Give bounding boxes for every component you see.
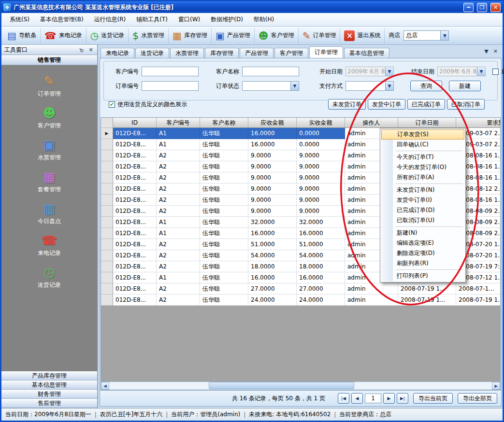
scrollbar-thumb[interactable]: [209, 382, 354, 389]
tab-order[interactable]: 订单管理: [309, 46, 343, 58]
sidebar-band-basic-info[interactable]: 基本信息管理: [1, 380, 97, 390]
menu-window[interactable]: 窗口(W): [173, 13, 205, 26]
sidebar-item-call-records[interactable]: ☎来电记录: [1, 229, 97, 261]
sidebar-item-today-inventory[interactable]: ▥今日盘点: [1, 197, 97, 229]
checkbox-unchecked-icon[interactable]: [492, 69, 499, 75]
column-header[interactable]: 应收金额: [248, 118, 297, 128]
sidebar-item-order-management[interactable]: ✎订单管理: [1, 70, 97, 102]
column-header[interactable]: 操作人: [345, 118, 398, 128]
sidebar-item-delivery-records[interactable]: ◷送货记录: [1, 261, 97, 293]
start-date-picker[interactable]: 2009年 6月 8日 ▼: [346, 67, 394, 76]
tab-delivery-records[interactable]: 送货记录: [135, 48, 169, 58]
row-selector[interactable]: [101, 217, 113, 228]
menu-tools[interactable]: 辅助工具(T): [131, 13, 173, 26]
row-selector[interactable]: [101, 272, 113, 283]
horizontal-scrollbar[interactable]: ◀ ▶: [101, 381, 500, 390]
menu-system[interactable]: 系统(S): [4, 13, 35, 26]
sidebar-band-after-sales[interactable]: 售后管理: [1, 399, 97, 408]
tab-close-icon[interactable]: ✕: [493, 48, 498, 55]
menu-basic-info[interactable]: 基本信息管理(B): [35, 13, 89, 26]
tab-water-ticket[interactable]: 水票管理: [170, 48, 204, 58]
scroll-right-icon[interactable]: ▶: [492, 382, 500, 390]
enable-date-checkbox[interactable]: 启用: [492, 68, 504, 76]
tab-inventory[interactable]: 库存管理: [205, 48, 239, 58]
table-row[interactable]: 012D-E8...A2伍华聪27.000027.0000admin2008-0…: [101, 283, 500, 295]
context-menu-item-receipt-confirm[interactable]: 回单确认(C): [381, 140, 464, 150]
context-menu-item-today-orders[interactable]: 今天的订单(T): [381, 152, 464, 162]
column-header[interactable]: 订单日期: [398, 118, 456, 128]
column-header[interactable]: ID: [113, 118, 157, 128]
customer-name-input[interactable]: [242, 67, 299, 76]
pin-icon[interactable]: ⚲: [78, 47, 85, 53]
row-selector[interactable]: [101, 206, 113, 217]
sidebar-band-finance[interactable]: 财务管理: [1, 390, 97, 399]
row-selector[interactable]: [101, 295, 113, 306]
toolbar-delivery-records-button[interactable]: ◷送货记录: [86, 28, 129, 43]
scrollbar-track[interactable]: [109, 382, 492, 390]
column-header[interactable]: 客户名称: [200, 118, 248, 128]
deliveryman-color-checkbox[interactable]: ✔ 使用送货员定义的颜色展示: [109, 100, 187, 109]
context-menu-item-today-delivery-orders[interactable]: 今天的发货订单(O): [381, 162, 464, 172]
next-page-button[interactable]: ▶: [383, 393, 395, 404]
export-current-page-button[interactable]: 导出当前页: [413, 393, 453, 404]
row-selector[interactable]: [101, 239, 113, 250]
tab-list-chevron-icon[interactable]: ▼: [484, 48, 488, 55]
prev-page-button[interactable]: ◀: [351, 393, 363, 404]
page-number-input[interactable]: [365, 394, 381, 403]
menu-data-maintenance[interactable]: 数据维护(D): [205, 13, 248, 26]
context-menu-item-new[interactable]: 新建(N): [381, 228, 464, 238]
first-page-button[interactable]: |◀: [338, 393, 349, 404]
context-menu-item-deliver-order[interactable]: 订单发货(S): [381, 129, 464, 140]
query-button[interactable]: 查询: [410, 81, 442, 91]
tab-call-records[interactable]: 来电记录: [101, 48, 134, 58]
sidebar-item-customer-management[interactable]: ☻客户管理: [1, 102, 97, 134]
order-no-input[interactable]: [142, 81, 199, 91]
tab-basic-info[interactable]: 基本信息管理: [344, 48, 389, 58]
row-selector[interactable]: [101, 172, 113, 183]
column-header[interactable]: 客户编号: [157, 118, 200, 128]
toolbar-customer-button[interactable]: ☻客户管理: [255, 28, 299, 43]
toolbar-product-button[interactable]: ▣产品管理: [212, 28, 255, 43]
sidebar-item-water-ticket-management[interactable]: ▣水票管理: [1, 134, 97, 166]
toolbar-water-ticket-button[interactable]: $水票管理: [129, 28, 169, 43]
tab-customer[interactable]: 客户管理: [274, 48, 308, 58]
chevron-down-icon[interactable]: ▼: [440, 31, 448, 40]
context-menu-item-delivering-orders[interactable]: 发货中订单(I): [381, 195, 464, 205]
scroll-left-icon[interactable]: ◀: [101, 382, 109, 390]
row-selector[interactable]: [101, 228, 113, 239]
delivering-orders-button[interactable]: 发货中订单: [368, 99, 405, 110]
menu-help[interactable]: 帮助(H): [248, 13, 279, 26]
close-button[interactable]: ✕: [490, 3, 501, 12]
row-selector[interactable]: ▶: [101, 128, 113, 139]
menu-runtime-info[interactable]: 运行信息(R): [89, 13, 131, 26]
export-all-pages-button[interactable]: 导出全部页: [458, 393, 497, 404]
row-selector[interactable]: [101, 195, 113, 206]
toolbar-exit-system-button[interactable]: ×退出系统: [340, 28, 385, 43]
chevron-down-icon[interactable]: ▼: [477, 67, 485, 76]
cancelled-orders-button[interactable]: 已取消订单: [447, 99, 485, 110]
chevron-down-icon[interactable]: ▼: [385, 82, 393, 90]
tab-product[interactable]: 产品管理: [240, 48, 274, 58]
row-selector[interactable]: [101, 161, 113, 172]
context-menu-item-all-orders[interactable]: 所有的订单(A): [381, 172, 464, 183]
end-date-picker[interactable]: 2009年 6月 8日 ▼: [437, 67, 486, 76]
column-header[interactable]: 要求到货日期: [456, 118, 500, 128]
context-menu-item-edit-selected[interactable]: 编辑选定项(E): [381, 238, 464, 248]
pay-method-select[interactable]: ▼: [346, 81, 394, 91]
chevron-down-icon[interactable]: ▼: [385, 67, 393, 76]
table-row[interactable]: 012D-E8...A2伍华聪24.000024.0000admin2008-0…: [101, 295, 500, 306]
context-menu-item-refresh-list[interactable]: 刷新列表(R): [381, 258, 464, 268]
column-header[interactable]: 实收金额: [297, 118, 345, 128]
toolbar-call-records-button[interactable]: ☎来电记录: [41, 28, 86, 43]
minimize-button[interactable]: ━: [463, 3, 474, 12]
toolbar-inventory-button[interactable]: ▦库存管理: [169, 28, 212, 43]
sidebar-band-product-inventory[interactable]: 产品库存管理: [1, 371, 97, 380]
context-menu-item-print-list[interactable]: 打印列表(P): [381, 271, 464, 281]
chevron-down-icon[interactable]: ▼: [290, 82, 299, 90]
row-selector[interactable]: [101, 283, 113, 295]
sidebar-item-package-management[interactable]: ▦套餐管理: [1, 166, 97, 197]
row-selector[interactable]: [101, 250, 113, 261]
sidebar-group-sales[interactable]: 销售管理: [1, 55, 97, 65]
context-menu-item-undelivered-orders[interactable]: 未发货订单(N): [381, 185, 464, 195]
row-selector[interactable]: [101, 183, 113, 195]
